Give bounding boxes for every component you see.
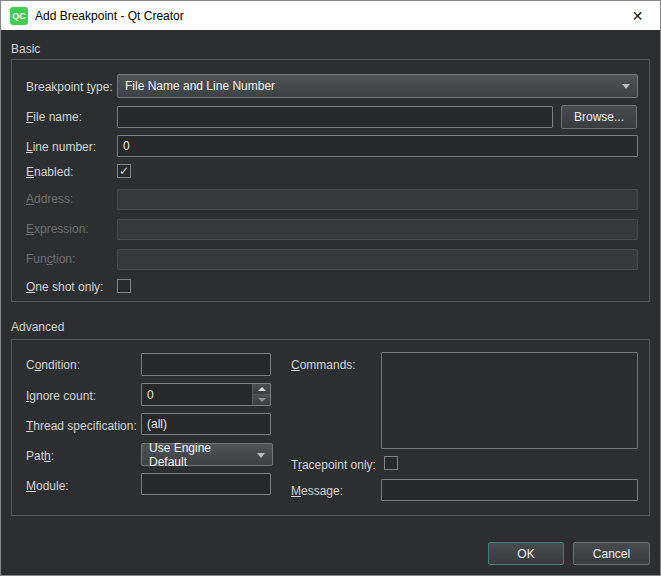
function-label: Function: (26, 252, 75, 266)
address-label: Address: (26, 192, 73, 206)
thread-specification-label: Thread specification: (26, 419, 137, 433)
path-label: Path: (26, 449, 54, 463)
ok-button-label: OK (517, 547, 534, 561)
browse-button-label: Browse... (574, 110, 624, 124)
message-input[interactable] (381, 479, 638, 501)
advanced-group-title: Advanced (11, 320, 64, 334)
file-name-input[interactable] (117, 106, 553, 128)
line-number-label: Line number: (26, 140, 96, 154)
expression-input (117, 219, 638, 240)
expression-label: Expression: (26, 222, 89, 236)
chevron-down-icon (257, 453, 265, 458)
tracepoint-only-label: Tracepoint only: (291, 458, 376, 472)
module-label: Module: (26, 479, 69, 493)
title-bar: QC Add Breakpoint - Qt Creator ✕ (1, 1, 660, 30)
tracepoint-only-checkbox[interactable] (384, 456, 398, 470)
cancel-button-label: Cancel (593, 547, 630, 561)
chevron-down-icon (622, 84, 630, 89)
close-button[interactable]: ✕ (615, 1, 660, 30)
breakpoint-type-value: File Name and Line Number (125, 79, 275, 93)
path-value: Use Engine Default (149, 441, 250, 469)
commands-textarea[interactable] (381, 352, 638, 449)
one-shot-only-checkbox[interactable] (117, 279, 131, 293)
commands-label: Commands: (291, 358, 356, 372)
message-label: Message: (291, 484, 343, 498)
function-input (117, 249, 638, 270)
condition-input[interactable] (141, 353, 271, 376)
line-number-input[interactable] (117, 135, 638, 157)
enabled-label: Enabled: (26, 165, 73, 179)
spin-buttons (252, 384, 270, 405)
cancel-button[interactable]: Cancel (573, 542, 650, 565)
qt-creator-app-icon: QC (10, 7, 28, 25)
window-title: Add Breakpoint - Qt Creator (35, 9, 184, 23)
path-select[interactable]: Use Engine Default (141, 443, 273, 466)
one-shot-only-label: One shot only: (26, 280, 103, 294)
arrow-down-icon (258, 398, 266, 402)
enabled-checkbox[interactable] (117, 164, 131, 178)
thread-specification-input[interactable] (141, 413, 271, 435)
spin-up-button[interactable] (253, 384, 270, 395)
condition-label: Condition: (26, 358, 80, 372)
ok-button[interactable]: OK (488, 542, 564, 565)
browse-button[interactable]: Browse... (561, 105, 637, 129)
add-breakpoint-dialog: QC Add Breakpoint - Qt Creator ✕ Basic B… (0, 0, 661, 576)
basic-group-title: Basic (11, 42, 40, 56)
breakpoint-type-select[interactable]: File Name and Line Number (117, 74, 638, 98)
module-input[interactable] (141, 473, 271, 495)
arrow-up-icon (258, 387, 266, 391)
ignore-count-label: Ignore count: (26, 389, 96, 403)
breakpoint-type-label: Breakpoint type: (26, 80, 113, 94)
spin-down-button[interactable] (253, 395, 270, 405)
close-icon: ✕ (632, 8, 644, 24)
address-input (117, 189, 638, 210)
ignore-count-stepper[interactable]: 0 (141, 383, 271, 406)
file-name-label: File name: (26, 110, 82, 124)
ignore-count-value: 0 (142, 384, 252, 405)
